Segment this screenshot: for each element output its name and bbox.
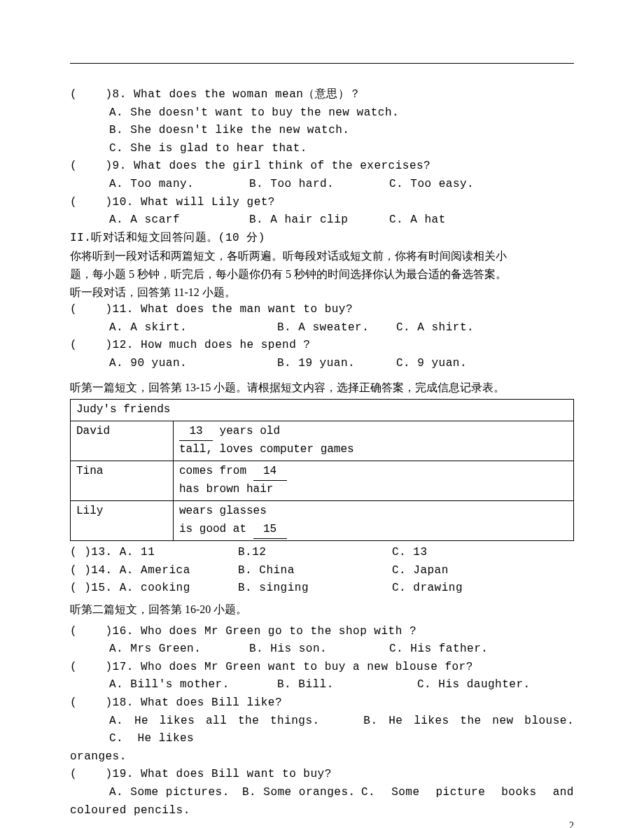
- lily-line1: wears glasses: [179, 505, 267, 517]
- passage-1-instruction: 听第一篇短文，回答第 13-15 小题。请根据短文内容，选择正确答案，完成信息记…: [70, 379, 574, 397]
- q17-option-b: B. Bill.: [277, 676, 417, 694]
- q12-text: How much does he spend ?: [141, 339, 310, 351]
- q12-option-a: A. 90 yuan.: [109, 355, 277, 373]
- q14-c: C. Japan: [392, 562, 449, 580]
- david-line1-post: years old: [213, 425, 280, 437]
- page: ( )8. What does the woman mean（意思）？ A. S…: [0, 0, 644, 828]
- q12-option-b: B. 19 yuan.: [277, 355, 396, 373]
- friends-table: Judy's friends David 13 years old tall, …: [70, 399, 574, 541]
- q10-option-a: A. A scarf: [109, 211, 249, 230]
- q17-text: Who does Mr Green want to buy a new blou…: [141, 661, 473, 673]
- blank-13[interactable]: 13: [179, 423, 213, 442]
- lily-desc: wears glasses is good at 15: [174, 501, 574, 541]
- q15-c: C. drawing: [392, 580, 463, 598]
- q9-option-a: A. Too many.: [109, 176, 249, 194]
- q13-c: C. 13: [392, 544, 428, 562]
- q10-prefix: ( )10.: [70, 196, 141, 209]
- q19-c-0: C.: [361, 784, 375, 802]
- q9-option-b: B. Too hard.: [249, 176, 389, 194]
- q15-prefix: ( )15.: [70, 582, 120, 594]
- question-14: ( )14. A. America B. China C. Japan: [70, 562, 574, 580]
- q13-a: A. 11: [120, 546, 155, 559]
- q12-prefix: ( )12.: [70, 339, 141, 351]
- q17-option-a: A. Bill's mother.: [109, 676, 277, 694]
- q11-options: A. A skirt. B. A sweater. C. A shirt.: [70, 319, 574, 337]
- q8-text: What does the woman mean（意思）？: [134, 88, 361, 101]
- q17-option-c: C. His daughter.: [417, 676, 531, 694]
- q14-a: A. America: [120, 564, 190, 577]
- q17-prefix: ( )17.: [70, 661, 141, 673]
- question-19: ( )19. What does Bill want to buy?: [70, 766, 574, 784]
- table-row-david: David 13 years old tall, loves computer …: [71, 421, 574, 461]
- q16-prefix: ( )16.: [70, 625, 141, 638]
- q19-option-b: B. Some oranges.: [242, 784, 361, 802]
- q11-option-c: C. A shirt.: [396, 319, 574, 337]
- q9-options: A. Too many. B. Too hard. C. Too easy.: [70, 176, 574, 194]
- friend-lily: Lily: [71, 501, 174, 541]
- q10-option-c: C. A hat: [389, 211, 574, 230]
- q18-options: A. He likes all the things. B. He likes …: [70, 713, 574, 748]
- question-11: ( )11. What does the man want to buy?: [70, 301, 574, 319]
- q8-option-c: C. She is glad to hear that.: [70, 140, 574, 158]
- q19-c-1: Some: [391, 784, 419, 802]
- q18-prefix: ( )18.: [70, 696, 141, 709]
- q9-text: What does the girl think of the exercise…: [134, 160, 430, 172]
- blank-15[interactable]: 15: [253, 521, 287, 540]
- question-12: ( )12. How much does he spend ?: [70, 337, 574, 355]
- table-row-tina: Tina comes from 14 has brown hair: [71, 461, 574, 500]
- section-ii-instruction-2: 题，每小题 5 秒钟，听完后，每小题你仍有 5 秒钟的时间选择你认为最合适的备选…: [70, 265, 574, 283]
- question-15: ( )15. A. cooking B. singing C. drawing: [70, 580, 574, 598]
- q18-text: What does Bill like?: [141, 696, 282, 709]
- q19-prefix: ( )19.: [70, 768, 141, 780]
- question-9: ( )9. What does the girl think of the ex…: [70, 157, 574, 176]
- table-row-lily: Lily wears glasses is good at 15: [71, 501, 574, 541]
- q8-option-b: B. She doesn't like the new watch.: [70, 122, 574, 140]
- david-line2: tall, loves computer games: [179, 443, 354, 456]
- tina-line1-pre: comes from: [179, 465, 253, 477]
- q11-option-a: A. A skirt.: [109, 319, 277, 337]
- q15-b: B. singing: [238, 580, 392, 598]
- section-ii-instruction-1: 你将听到一段对话和两篇短文，各听两遍。听每段对话或短文前，你将有时间阅读相关小: [70, 247, 574, 265]
- q14-b: B. China: [238, 562, 392, 580]
- passage-2-instruction: 听第二篇短文，回答第 16-20 小题。: [70, 601, 574, 619]
- q17-options: A. Bill's mother. B. Bill. C. His daught…: [70, 676, 574, 694]
- q19-options: A. Some pictures. B. Some oranges. C. So…: [70, 784, 574, 802]
- q19-c-3: books: [501, 784, 537, 802]
- q11-prefix: ( )11.: [70, 303, 141, 316]
- tina-desc: comes from 14 has brown hair: [174, 461, 574, 500]
- q12-options: A. 90 yuan. B. 19 yuan. C. 9 yuan.: [70, 355, 574, 373]
- q11-option-b: B. A sweater.: [277, 319, 396, 337]
- q16-option-c: C. His father.: [389, 640, 574, 659]
- q16-option-a: A. Mrs Green.: [109, 640, 249, 659]
- page-number: 2: [569, 818, 574, 828]
- table-header-row: Judy's friends: [71, 400, 574, 421]
- header-rule: [70, 63, 574, 64]
- q19-option-a: A. Some pictures.: [109, 784, 242, 802]
- q10-option-b: B. A hair clip: [249, 211, 389, 230]
- q16-text: Who does Mr Green go to the shop with ?: [141, 625, 416, 638]
- q16-options: A. Mrs Green. B. His son. C. His father.: [70, 640, 574, 659]
- q10-text: What will Lily get?: [141, 196, 275, 209]
- question-16: ( )16. Who does Mr Green go to the shop …: [70, 623, 574, 641]
- q10-options: A. A scarf B. A hair clip C. A hat: [70, 211, 574, 230]
- q12-option-c: C. 9 yuan.: [396, 355, 574, 373]
- q19-c-4: and: [553, 784, 574, 802]
- friend-tina: Tina: [71, 461, 174, 500]
- q19-tail: coloured pencils.: [70, 802, 574, 820]
- q19-c-2: picture: [436, 784, 486, 802]
- q8-option-a: A. She doesn't want to buy the new watch…: [70, 104, 574, 122]
- q13-b: B.12: [238, 544, 392, 562]
- q14-prefix: ( )14.: [70, 564, 120, 577]
- question-8: ( )8. What does the woman mean（意思）？: [70, 86, 574, 104]
- dialog-instruction: 听一段对话，回答第 11-12 小题。: [70, 283, 574, 302]
- blank-14[interactable]: 14: [253, 463, 287, 482]
- q13-prefix: ( )13.: [70, 546, 120, 559]
- q15-a: A. cooking: [120, 582, 190, 594]
- q18-tail: oranges.: [70, 748, 574, 766]
- question-17: ( )17. Who does Mr Green want to buy a n…: [70, 659, 574, 677]
- q11-text: What does the man want to buy?: [141, 303, 353, 316]
- q8-prefix: ( )8.: [70, 88, 134, 101]
- q19-option-c: C. Some picture books and: [361, 784, 574, 802]
- q9-option-c: C. Too easy.: [389, 176, 574, 194]
- q9-prefix: ( )9.: [70, 160, 134, 172]
